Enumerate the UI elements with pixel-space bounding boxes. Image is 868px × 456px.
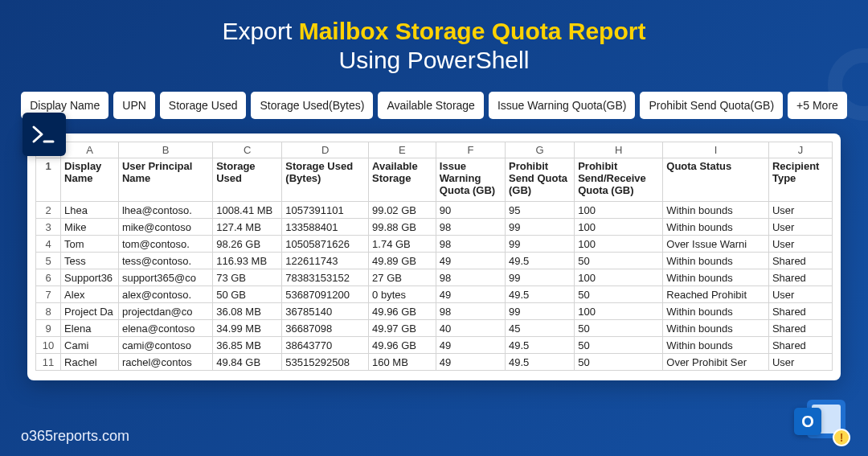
cell[interactable]: Within bounds bbox=[663, 303, 769, 320]
cell[interactable]: Mike bbox=[61, 219, 119, 236]
cell[interactable]: Reached Prohibit bbox=[663, 286, 769, 303]
column-header[interactable]: Issue Warning Quota (GB) bbox=[436, 158, 505, 202]
cell[interactable]: 50 bbox=[575, 286, 663, 303]
cell[interactable]: 100 bbox=[575, 236, 663, 253]
col-letter-G[interactable]: G bbox=[506, 142, 575, 158]
cell[interactable]: 49.97 GB bbox=[369, 320, 436, 337]
cell[interactable]: 50 bbox=[575, 337, 663, 354]
column-header[interactable]: Prohibit Send/Receive Quota (GB) bbox=[575, 158, 663, 202]
cell[interactable]: projectdan@co bbox=[118, 303, 212, 320]
cell[interactable]: 98 bbox=[436, 236, 505, 253]
tag-6[interactable]: Prohibit Send Quota(GB) bbox=[640, 92, 783, 119]
col-letter-I[interactable]: I bbox=[663, 142, 769, 158]
cell[interactable]: 98.26 GB bbox=[213, 236, 282, 253]
tag-2[interactable]: Storage Used bbox=[160, 92, 247, 119]
cell[interactable]: 27 GB bbox=[369, 269, 436, 286]
col-letter-A[interactable]: A bbox=[61, 142, 119, 158]
cell[interactable]: Shared bbox=[768, 253, 832, 269]
row-number-11[interactable]: 11 bbox=[36, 354, 61, 371]
cell[interactable]: 50 GB bbox=[213, 286, 282, 303]
cell[interactable]: 49 bbox=[436, 337, 505, 354]
cell[interactable]: 127.4 MB bbox=[213, 219, 282, 236]
cell[interactable]: 49.5 bbox=[506, 337, 575, 354]
cell[interactable]: Tom bbox=[61, 236, 119, 253]
cell[interactable]: cami@contoso bbox=[118, 337, 212, 354]
col-letter-D[interactable]: D bbox=[282, 142, 369, 158]
cell[interactable]: 100 bbox=[575, 202, 663, 219]
column-header[interactable]: Storage Used (Bytes) bbox=[282, 158, 369, 202]
col-letter-J[interactable]: J bbox=[768, 142, 832, 158]
tag-4[interactable]: Available Storage bbox=[378, 92, 483, 119]
cell[interactable]: 99 bbox=[506, 269, 575, 286]
cell[interactable]: 100 bbox=[575, 303, 663, 320]
col-letter-E[interactable]: E bbox=[369, 142, 436, 158]
cell[interactable]: 99.88 GB bbox=[369, 219, 436, 236]
cell[interactable]: 99.02 GB bbox=[369, 202, 436, 219]
column-header[interactable]: Recipient Type bbox=[768, 158, 832, 202]
row-number-1[interactable]: 1 bbox=[36, 158, 61, 202]
cell[interactable]: Support36 bbox=[61, 269, 119, 286]
cell[interactable]: 0 bytes bbox=[369, 286, 436, 303]
cell[interactable]: User bbox=[768, 354, 832, 371]
col-letter-F[interactable]: F bbox=[436, 142, 505, 158]
cell[interactable]: tom@contoso. bbox=[118, 236, 212, 253]
cell[interactable]: 36785140 bbox=[282, 303, 369, 320]
column-header[interactable]: Quota Status bbox=[663, 158, 769, 202]
cell[interactable]: alex@contoso. bbox=[118, 286, 212, 303]
row-number-2[interactable]: 2 bbox=[36, 202, 61, 219]
row-number-8[interactable]: 8 bbox=[36, 303, 61, 320]
cell[interactable]: Alex bbox=[61, 286, 119, 303]
cell[interactable]: 99 bbox=[506, 303, 575, 320]
cell[interactable]: Over Issue Warni bbox=[663, 236, 769, 253]
cell[interactable]: 36.08 MB bbox=[213, 303, 282, 320]
cell[interactable]: Shared bbox=[768, 269, 832, 286]
cell[interactable]: 49.5 bbox=[506, 286, 575, 303]
cell[interactable]: support365@co bbox=[118, 269, 212, 286]
cell[interactable]: 1057391101 bbox=[282, 202, 369, 219]
cell[interactable]: rachel@contos bbox=[118, 354, 212, 371]
column-header[interactable]: Display Name bbox=[61, 158, 119, 202]
cell[interactable]: elena@contoso bbox=[118, 320, 212, 337]
row-number-5[interactable]: 5 bbox=[36, 253, 61, 269]
cell[interactable]: 38643770 bbox=[282, 337, 369, 354]
row-number-7[interactable]: 7 bbox=[36, 286, 61, 303]
cell[interactable]: Tess bbox=[61, 253, 119, 269]
cell[interactable]: 100 bbox=[575, 219, 663, 236]
cell[interactable]: 49.5 bbox=[506, 253, 575, 269]
footer-link[interactable]: o365reports.com bbox=[21, 428, 129, 445]
col-letter-H[interactable]: H bbox=[575, 142, 663, 158]
column-header[interactable]: Storage Used bbox=[213, 158, 282, 202]
cell[interactable]: 1008.41 MB bbox=[213, 202, 282, 219]
column-header[interactable]: Available Storage bbox=[369, 158, 436, 202]
cell[interactable]: 45 bbox=[506, 320, 575, 337]
cell[interactable]: 98 bbox=[436, 219, 505, 236]
cell[interactable]: Over Prohibit Ser bbox=[663, 354, 769, 371]
cell[interactable]: 49.84 GB bbox=[213, 354, 282, 371]
cell[interactable]: Rachel bbox=[61, 354, 119, 371]
cell[interactable]: 53515292508 bbox=[282, 354, 369, 371]
tag-5[interactable]: Issue Warning Quota(GB) bbox=[489, 92, 636, 119]
cell[interactable]: mike@contoso bbox=[118, 219, 212, 236]
cell[interactable]: 49.89 GB bbox=[369, 253, 436, 269]
cell[interactable]: 133588401 bbox=[282, 219, 369, 236]
cell[interactable]: Within bounds bbox=[663, 320, 769, 337]
cell[interactable]: 160 MB bbox=[369, 354, 436, 371]
cell[interactable]: 40 bbox=[436, 320, 505, 337]
cell[interactable]: 49.5 bbox=[506, 354, 575, 371]
row-number-3[interactable]: 3 bbox=[36, 219, 61, 236]
cell[interactable]: Cami bbox=[61, 337, 119, 354]
cell[interactable]: 49 bbox=[436, 253, 505, 269]
cell[interactable]: 49 bbox=[436, 354, 505, 371]
cell[interactable]: Shared bbox=[768, 337, 832, 354]
row-number-4[interactable]: 4 bbox=[36, 236, 61, 253]
column-header[interactable]: Prohibit Send Quota (GB) bbox=[506, 158, 575, 202]
cell[interactable]: 49.96 GB bbox=[369, 337, 436, 354]
cell[interactable]: Shared bbox=[768, 303, 832, 320]
col-letter-B[interactable]: B bbox=[118, 142, 212, 158]
cell[interactable]: 1.74 GB bbox=[369, 236, 436, 253]
cell[interactable]: Within bounds bbox=[663, 202, 769, 219]
cell[interactable]: Within bounds bbox=[663, 269, 769, 286]
cell[interactable]: Lhea bbox=[61, 202, 119, 219]
cell[interactable]: 49.96 GB bbox=[369, 303, 436, 320]
tag-3[interactable]: Storage Used(Bytes) bbox=[251, 92, 373, 119]
